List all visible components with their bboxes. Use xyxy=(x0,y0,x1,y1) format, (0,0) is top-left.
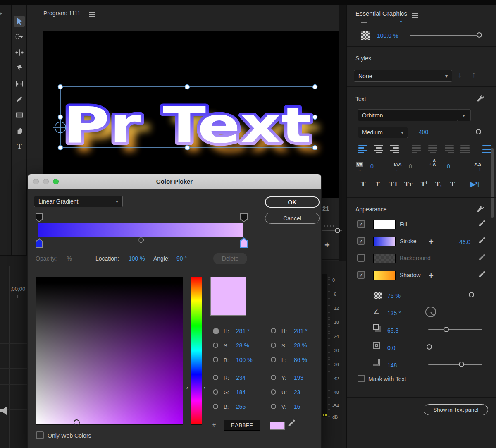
value-number[interactable]: 255 xyxy=(236,403,246,410)
shadow-opacity-value[interactable]: 75 % xyxy=(387,292,401,299)
wrench-icon[interactable] xyxy=(476,205,484,213)
font-family-chevron[interactable]: ▾ xyxy=(457,109,471,121)
add-shadow-button[interactable]: ＋ xyxy=(427,270,435,280)
align-last-icon[interactable] xyxy=(482,145,491,153)
stop-location-value[interactable]: 100 % xyxy=(129,255,145,262)
show-in-text-panel-button[interactable]: Show in Text panel xyxy=(424,404,488,415)
color-stop-end-selected[interactable] xyxy=(240,237,248,248)
delete-stop-button[interactable]: Delete xyxy=(213,253,247,264)
rectangle-tool[interactable] xyxy=(15,110,24,121)
shadow-blur-slider[interactable] xyxy=(428,362,482,367)
eyedropper-icon[interactable] xyxy=(478,237,486,244)
radio-b[interactable] xyxy=(213,357,218,362)
kerning-value[interactable]: 0 xyxy=(370,163,374,170)
color-field[interactable] xyxy=(36,277,183,425)
eyedropper-icon[interactable] xyxy=(478,271,486,278)
scrollbar-thumb[interactable] xyxy=(491,148,494,218)
value-number[interactable]: 184 xyxy=(236,389,246,395)
razor-tool[interactable] xyxy=(15,64,24,74)
shadow-angle-value[interactable]: 135 ° xyxy=(387,310,401,316)
ok-button[interactable]: OK xyxy=(265,196,320,208)
only-web-colors-checkbox[interactable] xyxy=(36,431,44,439)
program-canvas[interactable]: Pr Text Pr Text xyxy=(43,31,339,198)
hue-arrow-left-icon[interactable]: › xyxy=(186,385,188,391)
background-swatch[interactable] xyxy=(373,254,396,263)
stroke-checkbox[interactable]: ✓ xyxy=(357,237,365,245)
tracking-value[interactable]: 0 xyxy=(409,163,412,170)
align-left-icon[interactable] xyxy=(358,145,367,153)
font-family-dropdown[interactable]: Orbitron xyxy=(358,109,471,121)
gradient-type-dropdown[interactable]: Linear Gradient ▾ xyxy=(34,196,123,207)
background-checkbox[interactable] xyxy=(357,254,365,262)
faux-italic-icon[interactable]: T xyxy=(375,180,379,188)
value-number[interactable]: 193 xyxy=(294,374,303,381)
add-track-button[interactable]: + xyxy=(324,240,330,251)
subscript-icon[interactable]: T₁ xyxy=(435,180,442,188)
cancel-button[interactable]: Cancel xyxy=(265,213,320,224)
value-number[interactable]: 23 xyxy=(294,389,300,395)
stroke-width-value[interactable]: 46.0 xyxy=(459,239,470,245)
pen-tool[interactable] xyxy=(15,95,24,105)
radio-s[interactable] xyxy=(213,343,218,348)
font-size-value[interactable]: 400 xyxy=(419,129,428,135)
dialog-title-bar[interactable]: Color Picker xyxy=(28,174,321,189)
opacity-stop-left[interactable] xyxy=(36,213,43,222)
style-up-arrow-icon[interactable]: ↑ xyxy=(472,70,476,79)
hex-input[interactable] xyxy=(224,420,260,431)
shadow-checkbox[interactable]: ✓ xyxy=(357,271,365,279)
shadow-swatch[interactable] xyxy=(373,271,396,280)
opacity-value[interactable]: 100.0 % xyxy=(377,32,398,39)
value-number[interactable]: 28 % xyxy=(294,342,307,349)
shadow-distance-slider[interactable] xyxy=(428,327,482,333)
radio-h-selected[interactable] xyxy=(213,328,219,334)
radio-g[interactable] xyxy=(213,389,218,395)
chevron-down-icon[interactable]: ⌄ xyxy=(399,17,403,23)
hue-arrow-right-icon[interactable]: ‹ xyxy=(204,385,205,391)
value-number[interactable]: 281 ° xyxy=(236,328,250,334)
wrench-icon[interactable] xyxy=(476,94,484,103)
faux-bold-icon[interactable]: T xyxy=(361,180,365,188)
underline-icon[interactable]: T xyxy=(450,180,455,188)
shadow-spread-value[interactable]: 0.0 xyxy=(387,345,395,351)
radio-y[interactable] xyxy=(271,375,276,380)
style-down-arrow-icon[interactable]: ↓ xyxy=(458,70,462,79)
ripple-edit-tool[interactable] xyxy=(15,48,24,59)
radio-b2[interactable] xyxy=(213,404,218,409)
shadow-distance-value[interactable]: 65.3 xyxy=(387,327,398,334)
radio-u[interactable] xyxy=(271,389,276,395)
leading-value[interactable]: 0 xyxy=(447,163,450,170)
track-select-forward-tool[interactable] xyxy=(15,32,24,43)
program-panel-menu-icon[interactable] xyxy=(89,11,95,18)
eyedropper-icon[interactable] xyxy=(478,220,486,227)
speaker-icon[interactable] xyxy=(0,407,11,415)
slip-tool[interactable] xyxy=(15,79,24,90)
value-number[interactable]: 86 % xyxy=(294,357,307,363)
small-caps-icon[interactable]: TT xyxy=(404,180,412,188)
hue-bar[interactable] xyxy=(191,277,202,425)
color-field-cursor[interactable] xyxy=(74,419,80,426)
justify-all-icon[interactable] xyxy=(460,145,470,153)
value-number[interactable]: 28 % xyxy=(236,342,249,349)
radio-l[interactable] xyxy=(271,357,276,362)
font-size-slider[interactable] xyxy=(436,129,482,135)
align-center-icon[interactable] xyxy=(374,145,383,153)
shadow-angle-dial[interactable] xyxy=(425,307,436,317)
eyedropper-icon[interactable] xyxy=(287,419,296,427)
all-caps-icon[interactable]: TT xyxy=(389,180,398,188)
justify-left-icon[interactable] xyxy=(412,145,421,153)
radio-h2[interactable] xyxy=(271,328,276,333)
justify-right-icon[interactable] xyxy=(445,145,454,153)
justify-center-icon[interactable] xyxy=(428,145,437,153)
essential-graphics-menu-icon[interactable] xyxy=(412,12,418,19)
align-right-icon[interactable] xyxy=(390,145,399,153)
gradient-midpoint-handle[interactable] xyxy=(138,237,145,244)
radio-s2[interactable] xyxy=(271,343,276,348)
gradient-bar[interactable] xyxy=(38,223,243,237)
gradient-angle-value[interactable]: 90 ° xyxy=(176,255,187,262)
value-number[interactable]: 281 ° xyxy=(294,328,308,334)
shadow-spread-slider[interactable] xyxy=(428,344,482,350)
value-number[interactable]: 100 % xyxy=(236,357,253,363)
shadow-opacity-slider[interactable] xyxy=(428,292,482,298)
fill-swatch[interactable] xyxy=(373,220,396,229)
value-number[interactable]: 234 xyxy=(236,374,246,381)
